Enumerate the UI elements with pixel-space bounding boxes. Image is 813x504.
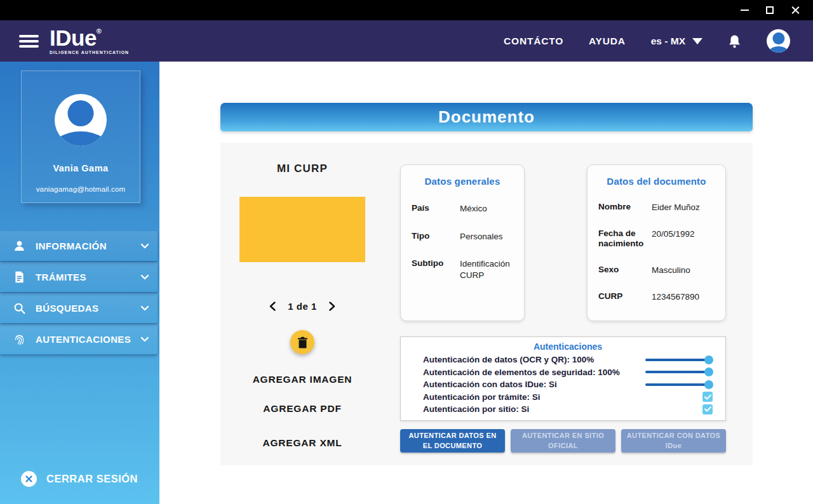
avatar-head xyxy=(772,32,784,44)
field-label: Fecha de nacimiento xyxy=(598,229,644,250)
delete-document-button[interactable] xyxy=(290,330,314,354)
document-icon xyxy=(13,270,26,284)
document-image-preview[interactable] xyxy=(239,197,365,262)
fingerprint-icon xyxy=(13,333,26,346)
language-label: es - MX xyxy=(651,36,685,47)
field-label: CURP xyxy=(598,291,644,302)
auth-row-seguridad: Autenticación de elementos de seguridad:… xyxy=(423,366,713,379)
field-value: Masculino xyxy=(652,265,690,276)
field-value: 20/05/1992 xyxy=(652,229,695,240)
sidebar-item-label: TRÁMITES xyxy=(36,272,131,282)
next-page-icon[interactable] xyxy=(329,302,335,311)
info-row-sexo: Sexo Masculino xyxy=(598,265,715,276)
logout-label: CERRAR SESIÓN xyxy=(46,473,138,485)
auth-label: Autenticación por sitio: Si xyxy=(423,404,702,414)
avatar-torso xyxy=(767,46,790,53)
logo-title: IDue xyxy=(50,25,97,50)
field-value: México xyxy=(460,203,487,215)
chevron-down-icon xyxy=(140,274,149,281)
sidebar-menu: INFORMACIÓN TRÁMITES xyxy=(0,231,159,355)
user-name: Vania Gama xyxy=(22,163,140,173)
app-logo: IDue® DILIGENCE AUTHENTICATION xyxy=(50,27,129,54)
user-card: Vania Gama vaniagamag@hotmail.com xyxy=(21,70,140,203)
info-row-pais: País México xyxy=(412,203,513,215)
field-value: Eider Muñoz xyxy=(652,202,700,213)
previous-page-icon[interactable] xyxy=(269,302,276,311)
hamburger-icon xyxy=(19,35,39,37)
logo-subtitle: DILIGENCE AUTHENTICATION xyxy=(50,50,129,55)
os-titlebar xyxy=(0,0,813,20)
card-title: Datos del documento xyxy=(598,176,715,187)
datos-documento-card: Datos del documento Nombre Eider Muñoz F… xyxy=(587,164,726,321)
slider-thumb[interactable] xyxy=(704,355,713,364)
auth-label: Autenticación de elementos de seguridad:… xyxy=(423,368,645,377)
nav-link-ayuda[interactable]: AYUDA xyxy=(589,36,626,47)
action-buttons-row: AUTENTICAR DATOS EN EL DOCUMENTO AUTENTI… xyxy=(400,429,726,453)
document-panel: MI CURP 1 de 1 AGREGAR IMAGEN AGREGAR PD… xyxy=(220,143,753,465)
user-card-avatar xyxy=(55,94,107,146)
tramite-checkbox[interactable] xyxy=(702,392,713,402)
field-value: Identificación CURP xyxy=(460,258,513,281)
close-button[interactable] xyxy=(783,0,808,20)
field-label: Sexo xyxy=(598,265,644,275)
autenticar-datos-idue-button[interactable]: AUTENTICAR CON DATOS IDue xyxy=(621,429,726,453)
add-pdf-button[interactable]: AGREGAR PDF xyxy=(220,403,384,414)
app-window: IDue® DILIGENCE AUTHENTICATION CONTÁCTO … xyxy=(0,0,813,504)
chevron-down-icon xyxy=(140,243,149,249)
trash-icon xyxy=(297,336,308,348)
auth-row-datos-idue: Autenticación con datos IDue: Si xyxy=(423,378,713,391)
info-row-curp: CURP 1234567890 xyxy=(598,291,715,303)
menu-toggle-button[interactable] xyxy=(19,32,39,50)
sidebar: Vania Gama vaniagamag@hotmail.com INFORM… xyxy=(0,62,159,504)
person-icon xyxy=(13,239,26,253)
language-selector[interactable]: es - MX xyxy=(651,36,702,47)
auth-row-tramite: Autenticación por trámite: Si xyxy=(423,391,713,404)
info-row-subtipo: Subtipo Identificación CURP xyxy=(412,258,513,281)
navbar: IDue® DILIGENCE AUTHENTICATION CONTÁCTO … xyxy=(0,20,813,62)
sidebar-item-label: AUTENTICACIONES xyxy=(36,334,131,345)
chevron-down-icon xyxy=(692,38,702,44)
logout-button[interactable]: CERRAR SESIÓN xyxy=(21,471,138,487)
sidebar-item-busquedas[interactable]: BÚSQUEDAS xyxy=(0,293,158,323)
chevron-down-icon xyxy=(140,305,149,312)
seguridad-slider[interactable] xyxy=(645,371,709,373)
card-title: Datos generales xyxy=(412,176,513,187)
field-label: Subtipo xyxy=(412,258,452,269)
maximize-button[interactable] xyxy=(757,0,783,20)
sidebar-item-autenticaciones[interactable]: AUTENTICACIONES xyxy=(0,324,158,354)
avatar-head xyxy=(68,100,94,126)
info-row-nombre: Nombre Eider Muñoz xyxy=(598,202,715,213)
check-icon xyxy=(704,406,711,412)
minimize-icon xyxy=(741,10,749,11)
search-icon xyxy=(13,302,26,315)
autenticaciones-panel: Autenticaciones Autenticación de datos (… xyxy=(400,336,726,421)
ocr-qr-slider[interactable] xyxy=(645,359,709,361)
auth-label: Autenticación por trámite: Si xyxy=(423,392,702,402)
navbar-right: CONTÁCTO AYUDA es - MX xyxy=(504,29,813,53)
auth-label: Autenticación de datos (OCR y QR): 100% xyxy=(423,355,645,364)
field-label: Tipo xyxy=(412,231,452,242)
autenticar-sitio-oficial-button[interactable]: AUTENTICAR EN SITIO OFICIAL xyxy=(511,429,615,453)
add-image-button[interactable]: AGREGAR IMAGEN xyxy=(220,374,384,385)
notifications-bell-icon[interactable] xyxy=(728,34,741,49)
nav-link-contacto[interactable]: CONTÁCTO xyxy=(504,36,563,47)
field-value: Personales xyxy=(460,231,503,242)
autenticar-datos-documento-button[interactable]: AUTENTICAR DATOS EN EL DOCUMENTO xyxy=(400,429,505,453)
user-avatar[interactable] xyxy=(767,29,790,53)
datos-generales-card: Datos generales País México Tipo Persona… xyxy=(400,164,525,321)
sidebar-item-label: INFORMACIÓN xyxy=(36,241,131,251)
document-name: MI CURP xyxy=(239,162,365,175)
field-label: País xyxy=(412,203,452,214)
sidebar-item-tramites[interactable]: TRÁMITES xyxy=(0,262,158,292)
minimize-button[interactable] xyxy=(732,0,757,20)
slider-thumb[interactable] xyxy=(704,380,713,389)
add-xml-button[interactable]: AGREGAR XML xyxy=(220,437,384,449)
slider-thumb[interactable] xyxy=(704,368,713,376)
sidebar-item-informacion[interactable]: INFORMACIÓN xyxy=(0,231,158,261)
info-row-tipo: Tipo Personales xyxy=(412,231,513,242)
check-icon xyxy=(704,394,711,400)
datos-idue-slider[interactable] xyxy=(645,383,709,386)
sitio-checkbox[interactable] xyxy=(702,404,713,414)
panel-title: Autenticaciones xyxy=(423,342,713,352)
chevron-down-icon xyxy=(140,336,149,343)
